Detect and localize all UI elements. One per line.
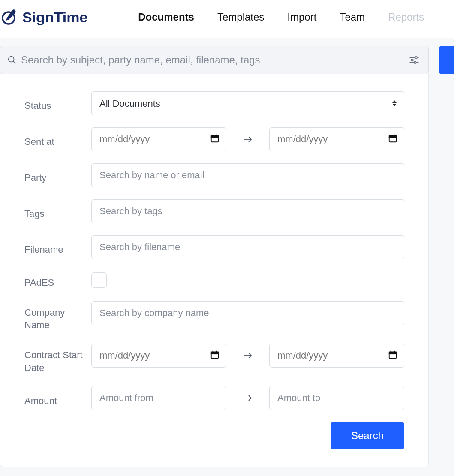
signtime-logo-icon: [0, 9, 17, 26]
nav-team[interactable]: Team: [340, 11, 365, 23]
search-icon: [7, 55, 17, 65]
company-name-input[interactable]: [91, 301, 404, 325]
contract-start-to-input[interactable]: [269, 344, 404, 368]
brand-logo[interactable]: SignTime: [0, 9, 87, 26]
filter-toggle-button[interactable]: [407, 53, 421, 67]
svg-point-4: [415, 57, 417, 59]
sent-at-to-input[interactable]: [269, 127, 404, 151]
nav-documents[interactable]: Documents: [138, 11, 194, 23]
nav-templates[interactable]: Templates: [217, 11, 264, 23]
party-input[interactable]: [91, 163, 404, 187]
search-input[interactable]: [17, 54, 407, 66]
label-company-name: Company Name: [24, 301, 91, 332]
pades-checkbox[interactable]: [91, 272, 107, 288]
svg-point-8: [414, 62, 416, 64]
nav-reports: Reports: [388, 11, 424, 23]
filename-input[interactable]: [91, 235, 404, 259]
tags-input[interactable]: [91, 199, 404, 223]
primary-action-side-button[interactable]: [439, 46, 454, 74]
arrow-right-icon: [235, 134, 261, 144]
nav-import[interactable]: Import: [287, 11, 316, 23]
svg-point-6: [411, 59, 413, 61]
arrow-right-icon: [235, 393, 261, 403]
label-sent-at: Sent at: [24, 130, 91, 148]
label-tags: Tags: [24, 202, 91, 220]
svg-point-1: [9, 57, 14, 62]
label-contract-start-date: Contract Start Date: [24, 344, 91, 374]
arrow-right-icon: [235, 350, 261, 361]
top-header: SignTime Documents Templates Import Team…: [0, 0, 454, 38]
label-amount: Amount: [24, 389, 91, 407]
brand-name: SignTime: [22, 9, 87, 26]
filter-panel: Status All Documents Sent at: [0, 74, 429, 467]
status-select[interactable]: All Documents: [91, 91, 404, 115]
amount-from-input[interactable]: [91, 386, 226, 410]
search-button[interactable]: Search: [331, 422, 404, 449]
label-pades: PAdES: [24, 271, 91, 289]
svg-line-2: [13, 61, 16, 64]
main-nav: Documents Templates Import Team Reports: [108, 11, 454, 23]
search-wrapper: [0, 46, 429, 74]
sliders-icon: [408, 54, 420, 66]
sent-at-from-input[interactable]: [91, 127, 226, 151]
amount-to-input[interactable]: [269, 386, 404, 410]
label-status: Status: [24, 94, 91, 112]
label-party: Party: [24, 166, 91, 184]
contract-start-from-input[interactable]: [91, 344, 226, 368]
label-filename: Filename: [24, 238, 91, 256]
